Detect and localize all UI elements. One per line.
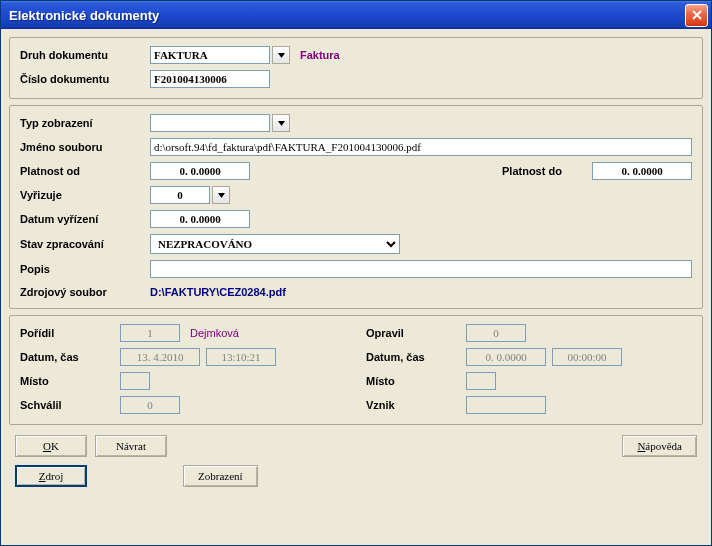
dialog-window: Elektronické dokumenty Druh dokumentu Fa… — [0, 0, 712, 546]
misto1-label: Místo — [20, 375, 120, 387]
platdo-input[interactable] — [592, 162, 692, 180]
panel-document: Druh dokumentu Faktura Číslo dokumentu — [9, 37, 703, 99]
datum2-input — [466, 348, 546, 366]
vyrizuje-dropdown[interactable] — [212, 186, 230, 204]
poridil-name: Dejmková — [190, 327, 239, 339]
down-arrow-icon — [217, 191, 226, 200]
cas1-input — [206, 348, 276, 366]
druh-label: Druh dokumentu — [20, 49, 150, 61]
vznik-input — [466, 396, 546, 414]
window-title: Elektronické dokumenty — [9, 8, 159, 23]
opravil-input — [466, 324, 526, 342]
vyrizuje-label: Vyřizuje — [20, 189, 150, 201]
jmeno-label: Jméno souboru — [20, 141, 150, 153]
napoveda-button[interactable]: Nápověda — [622, 435, 697, 457]
cislo-label: Číslo dokumentu — [20, 73, 150, 85]
down-arrow-icon — [277, 119, 286, 128]
cislo-input[interactable] — [150, 70, 270, 88]
schvalil-input — [120, 396, 180, 414]
stav-select[interactable]: NEZPRACOVÁNO — [150, 234, 400, 254]
stav-label: Stav zpracování — [20, 238, 150, 250]
dialog-body: Druh dokumentu Faktura Číslo dokumentu T… — [1, 29, 711, 545]
datum2-label: Datum, čas — [366, 351, 466, 363]
poridil-label: Pořídil — [20, 327, 120, 339]
misto1-input — [120, 372, 150, 390]
popis-label: Popis — [20, 263, 150, 275]
zdrojovy-label: Zdrojový soubor — [20, 286, 150, 298]
misto2-label: Místo — [366, 375, 466, 387]
platdo-label: Platnost do — [502, 165, 592, 177]
zdrojovy-value: D:\FAKTURY\CEZ0284.pdf — [150, 286, 286, 298]
titlebar: Elektronické dokumenty — [1, 1, 711, 29]
zdroj-button[interactable]: Zdroj — [15, 465, 87, 487]
druh-desc: Faktura — [300, 49, 340, 61]
datumvyr-input[interactable] — [150, 210, 250, 228]
button-bar-1: OK Návrat Nápověda — [9, 431, 703, 459]
panel-details: Typ zobrazení Jméno souboru Platnost od … — [9, 105, 703, 309]
vyrizuje-input[interactable] — [150, 186, 210, 204]
datumvyr-label: Datum vyřízení — [20, 213, 150, 225]
schvalil-label: Schválil — [20, 399, 120, 411]
close-button[interactable] — [685, 4, 708, 27]
down-arrow-icon — [277, 51, 286, 60]
zobrazeni-button[interactable]: Zobrazení — [183, 465, 258, 487]
vznik-label: Vznik — [366, 399, 466, 411]
poridil-input — [120, 324, 180, 342]
ok-button[interactable]: OK — [15, 435, 87, 457]
platod-label: Platnost od — [20, 165, 150, 177]
misto2-input — [466, 372, 496, 390]
datum1-input — [120, 348, 200, 366]
druh-input[interactable] — [150, 46, 270, 64]
datum1-label: Datum, čas — [20, 351, 120, 363]
jmeno-input[interactable] — [150, 138, 692, 156]
typ-input[interactable] — [150, 114, 270, 132]
platod-input[interactable] — [150, 162, 250, 180]
navrat-button[interactable]: Návrat — [95, 435, 167, 457]
button-bar-2: Zdroj Zobrazení — [9, 465, 703, 489]
opravil-label: Opravil — [366, 327, 466, 339]
popis-input[interactable] — [150, 260, 692, 278]
druh-dropdown[interactable] — [272, 46, 290, 64]
close-icon — [692, 10, 702, 20]
typ-label: Typ zobrazení — [20, 117, 150, 129]
panel-audit: Pořídil Dejmková Datum, čas Místo — [9, 315, 703, 425]
cas2-input — [552, 348, 622, 366]
typ-dropdown[interactable] — [272, 114, 290, 132]
